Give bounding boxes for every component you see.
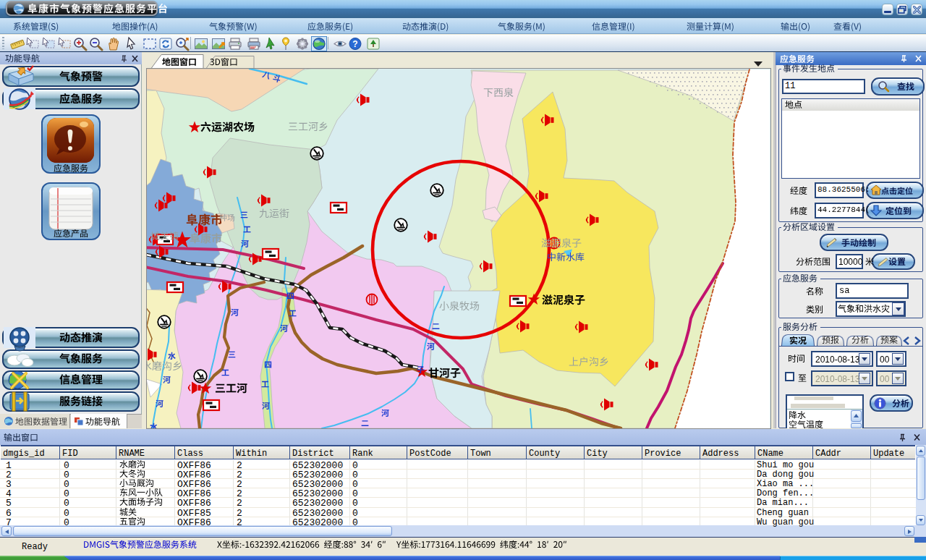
svg-text:?: ? — [352, 39, 357, 49]
